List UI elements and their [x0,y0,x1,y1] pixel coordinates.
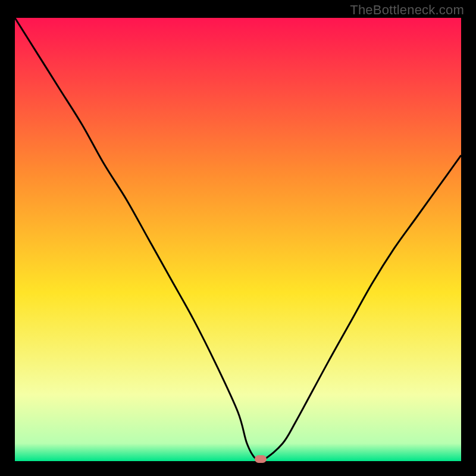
plot-frame [15,18,461,461]
gradient-background [15,18,461,461]
optimal-point-marker [255,455,267,463]
bottleneck-chart [15,18,461,461]
chart-container: TheBottleneck.com [0,0,476,476]
watermark-text: TheBottleneck.com [350,2,464,18]
